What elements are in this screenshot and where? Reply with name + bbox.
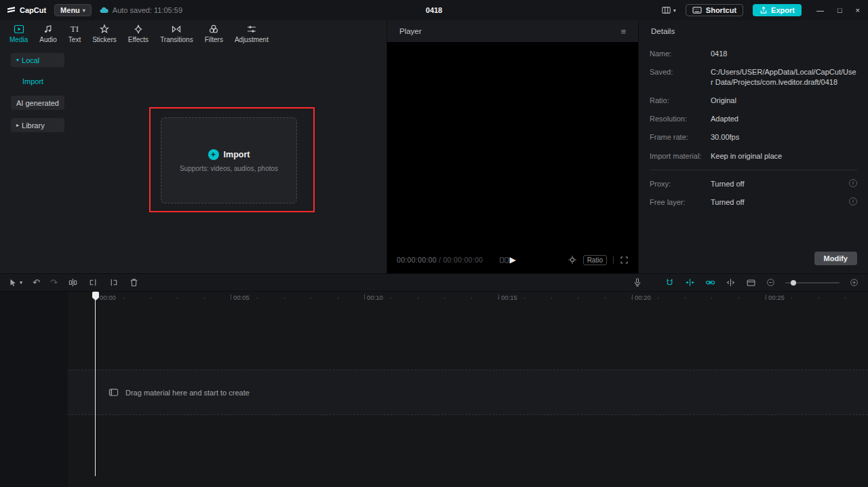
detail-label: Saved: [650,67,711,87]
media-clip-icon [108,387,119,397]
tab-text[interactable]: TI Text [68,24,81,43]
playhead-line [95,300,96,476]
sidebar-item-label: Library [22,121,45,130]
maximize-button[interactable]: □ [837,6,842,14]
free-layer-info-icon[interactable]: i [849,197,857,206]
empty-track-dropzone[interactable]: Drag material here and start to create [68,370,868,415]
tick-mark [364,294,365,300]
shortcut-button-label: Shortcut [706,6,736,14]
menu-button[interactable]: Menu ▾ [54,4,92,16]
detail-label: Frame rate: [650,132,711,142]
close-button[interactable]: × [856,6,860,14]
titlebar-left: CapCut Menu ▾ Auto saved: 11:05:59 [0,4,182,16]
split-button[interactable] [68,277,78,288]
select-tool-button[interactable]: ▾ [8,278,22,288]
minimize-button[interactable]: — [816,6,824,14]
ruler-tick: 00:00 [97,294,116,300]
delete-left-button[interactable] [88,277,98,288]
track-header-gutter [0,292,68,487]
detail-row-resolution: Resolution: Adapted [650,114,857,123]
sidebar-item-import[interactable]: Import [22,77,43,85]
tick-mark [766,294,766,300]
menu-button-label: Menu [60,6,80,14]
import-dropzone[interactable]: + Import Supports: videos, audios, photo… [161,117,297,203]
preview-axis-button[interactable] [726,277,736,288]
timeline-toolbar: ▾ ↶ ↷ [0,273,868,292]
shortcut-button[interactable]: Shortcut [686,4,743,16]
detail-row-proxy: Proxy: Turned off i [650,179,857,189]
autosave-status: Auto saved: 11:05:59 [100,6,182,14]
detail-label: Resolution: [650,114,711,123]
tab-label: Effects [128,36,149,43]
player-menu-icon[interactable]: ≡ [620,26,626,37]
toolbar-right [633,277,868,288]
media-panel: Media Audio TI Text Stickers [0,20,387,273]
panel-layout-icon [661,5,671,15]
toolbar-left: ▾ ↶ ↷ [0,277,139,288]
details-divider [650,170,857,170]
detail-row-ratio: Ratio: Original [650,96,857,105]
transitions-icon [171,24,182,35]
ruler-minor-ticks [97,297,868,299]
detail-value: C:/Users/USER/AppData/Local/CapCut/User … [711,67,857,87]
frame-preview-icon[interactable] [499,256,509,265]
undo-button[interactable]: ↶ [33,278,40,287]
tab-audio[interactable]: Audio [39,24,57,43]
modify-button[interactable]: Modify [814,252,857,265]
titlebar: CapCut Menu ▾ Auto saved: 11:05:59 0418 … [0,0,868,20]
zoom-out-button[interactable] [766,278,775,287]
tab-stickers[interactable]: Stickers [92,24,117,43]
linkage-button[interactable] [705,277,715,288]
detail-row-import-material: Import material: Keep in original place [650,151,857,161]
zoom-out-icon [766,278,775,287]
play-button[interactable]: ▶ [509,255,515,265]
zoom-slider[interactable] [785,282,840,284]
capcut-logo: CapCut [7,6,46,14]
divider [613,256,614,264]
tick-label: 00:10 [367,294,383,300]
detail-label: Name: [650,49,711,58]
detail-value: 0418 [711,49,857,58]
snap-icon [685,277,695,288]
tick-label: 00:25 [768,294,785,300]
timeline-view-button[interactable] [746,278,756,288]
tab-label: Transitions [160,36,193,43]
main-track-magnet-button[interactable] [665,277,675,288]
timeline[interactable]: 00:00 00:05 00:10 00:15 00:20 00:25 Drag… [0,292,868,487]
tab-media[interactable]: Media [9,24,28,43]
panel-layout-button[interactable]: ▾ [661,5,676,15]
record-voiceover-button[interactable] [633,277,642,288]
fit-preview-icon[interactable] [568,255,577,265]
chevron-down-icon: ▾ [20,279,22,286]
sidebar-item-label: Local [22,56,39,64]
tick-label: 00:20 [635,294,651,300]
ratio-button[interactable]: Ratio [583,255,607,265]
tick-mark [231,294,231,300]
magnet-icon [665,277,675,288]
delete-button[interactable] [129,277,139,288]
zoom-in-button[interactable] [850,278,859,287]
auto-snap-button[interactable] [685,277,695,288]
media-icon [14,24,24,35]
redo-button[interactable]: ↷ [50,278,58,287]
tab-effects[interactable]: Effects [128,24,149,43]
tab-transitions[interactable]: Transitions [160,24,193,43]
sidebar-item-local[interactable]: ▾ Local [11,53,64,67]
sidebar-item-ai-generated[interactable]: AI generated [11,96,64,110]
proxy-info-icon[interactable]: i [849,179,857,187]
fullscreen-icon[interactable] [620,256,629,265]
timeline-ruler[interactable]: 00:00 00:05 00:10 00:15 00:20 00:25 [0,292,868,304]
tab-adjustment[interactable]: Adjustment [235,24,269,43]
sidebar-item-library[interactable]: ▸ Library [11,118,64,132]
export-button[interactable]: Export [753,4,802,16]
text-icon: TI [69,24,80,35]
detail-value: Keep in original place [711,151,857,161]
zoom-slider-handle[interactable] [791,280,796,286]
player-title: Player [399,27,422,35]
detail-value: Turned off [711,179,849,189]
player-right-controls: Ratio [568,255,629,265]
delete-right-button[interactable] [108,277,119,288]
ruler-tick: 00:10 [364,294,383,300]
detail-value: 30.00fps [711,132,857,142]
tab-filters[interactable]: Filters [205,24,223,43]
